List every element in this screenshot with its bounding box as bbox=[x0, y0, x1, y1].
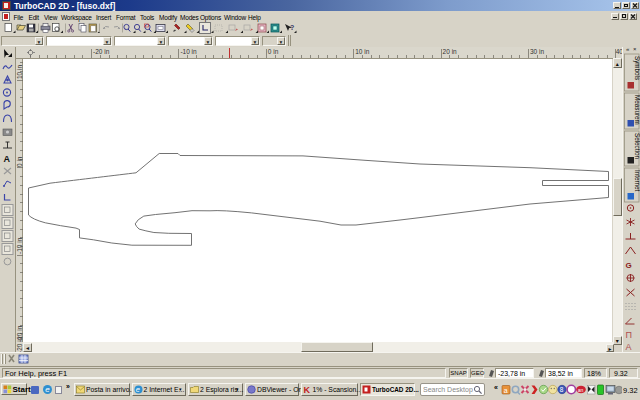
svg-text:an: an bbox=[578, 387, 584, 393]
svg-text:A: A bbox=[626, 342, 632, 352]
svg-text:8: 8 bbox=[560, 386, 564, 393]
svg-text:-20 in: -20 in bbox=[16, 336, 23, 353]
svg-text:e: e bbox=[135, 385, 139, 394]
svg-text:a: a bbox=[504, 387, 508, 394]
svg-text:Π: Π bbox=[626, 330, 633, 340]
svg-text:K: K bbox=[303, 385, 310, 394]
svg-text:G: G bbox=[626, 261, 632, 270]
